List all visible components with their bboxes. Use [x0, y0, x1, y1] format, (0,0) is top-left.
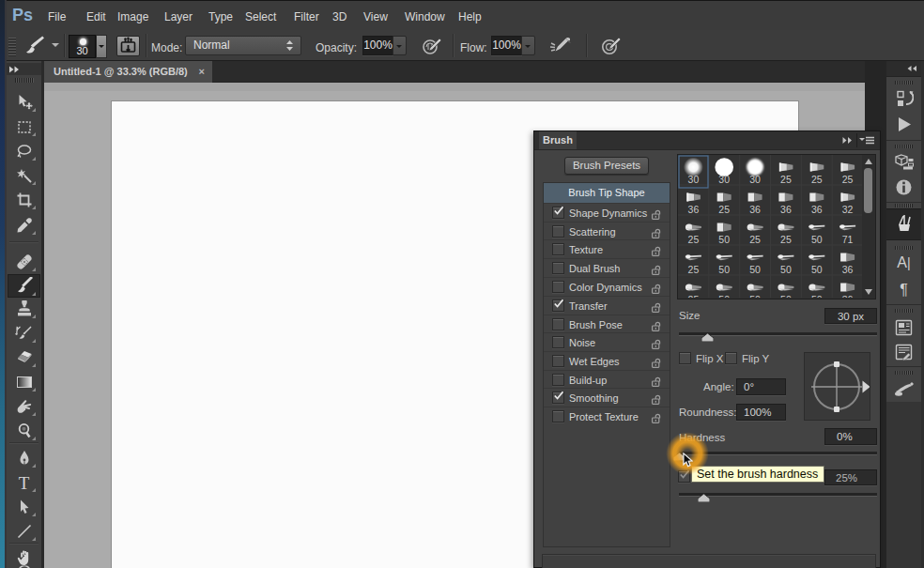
svg-text:50: 50: [780, 264, 792, 275]
svg-text:25: 25: [842, 174, 854, 185]
svg-text:25: 25: [780, 234, 792, 245]
svg-text:36: 36: [688, 204, 700, 215]
svg-text:36: 36: [811, 204, 823, 215]
svg-text:36: 36: [749, 204, 761, 215]
svg-text:25: 25: [749, 234, 761, 245]
svg-text:50: 50: [811, 294, 823, 298]
svg-text:30: 30: [688, 174, 700, 185]
svg-text:25: 25: [718, 204, 730, 215]
svg-text:30: 30: [718, 174, 730, 185]
svg-text:50: 50: [749, 264, 761, 275]
svg-text:36: 36: [842, 264, 854, 275]
svg-text:50: 50: [718, 234, 730, 245]
svg-text:50: 50: [718, 294, 730, 298]
svg-text:25: 25: [688, 294, 700, 298]
svg-text:50: 50: [718, 264, 730, 275]
svg-text:25: 25: [688, 234, 700, 245]
svg-text:25: 25: [688, 264, 700, 275]
svg-text:50: 50: [811, 234, 823, 245]
svg-text:30: 30: [749, 174, 761, 185]
svg-text:50: 50: [811, 264, 823, 275]
svg-text:50: 50: [780, 294, 792, 298]
svg-text:71: 71: [842, 234, 854, 245]
svg-text:36: 36: [842, 294, 854, 298]
svg-text:25: 25: [780, 174, 792, 185]
svg-text:32: 32: [842, 204, 854, 215]
svg-text:36: 36: [780, 204, 792, 215]
svg-text:50: 50: [749, 294, 761, 298]
svg-text:25: 25: [811, 174, 823, 185]
